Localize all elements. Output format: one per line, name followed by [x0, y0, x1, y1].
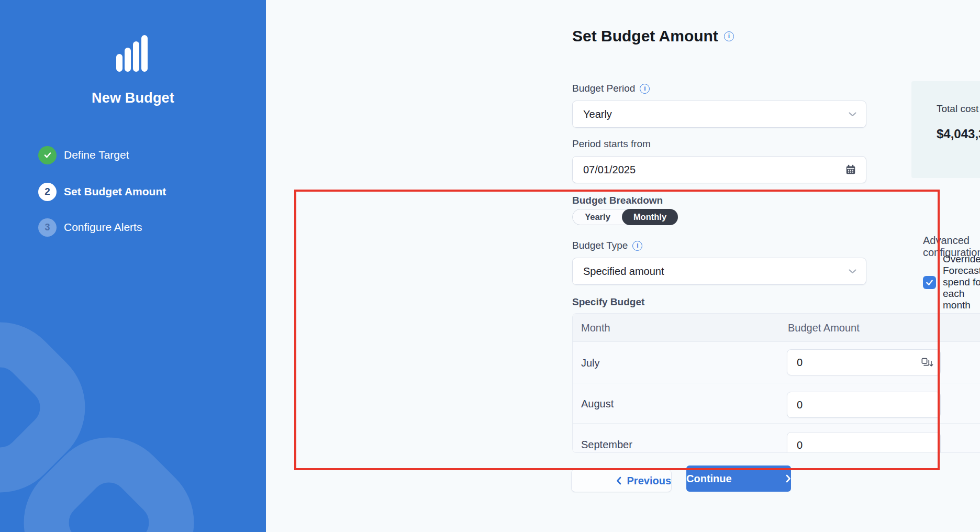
override-forecast-checkbox[interactable] [923, 276, 936, 289]
sidebar: New Budget Define Target 2 Set Budget Am… [0, 0, 266, 532]
total-cost-last-period: Total cost last period $4,043,382.49 [937, 102, 980, 141]
budget-period-label: Budget Period [572, 83, 650, 94]
page-title: Set Budget Amount [572, 27, 734, 45]
period-starts-label: Period starts from [572, 138, 651, 150]
summary-value: $4,043,382.49 [937, 127, 980, 141]
override-forecast-row: Override Forecasted spend for each month [923, 253, 980, 311]
label-text: Period starts from [572, 138, 651, 150]
info-icon[interactable] [632, 241, 642, 251]
step-done-check-icon [38, 146, 57, 164]
budget-period-select[interactable]: Yearly [572, 101, 866, 128]
previous-button[interactable]: Previous [571, 469, 672, 492]
step-label: Configure Alerts [64, 221, 142, 234]
toggle-option-yearly[interactable]: Yearly [573, 209, 622, 225]
column-header-budget-amount: Budget Amount [788, 314, 860, 342]
chevron-down-icon [849, 269, 856, 274]
step-label: Define Target [64, 149, 129, 161]
selected-value: Yearly [583, 108, 612, 120]
sidebar-item-define-target[interactable]: Define Target [38, 146, 129, 164]
row-divider [573, 383, 980, 383]
row-divider [573, 423, 980, 424]
budget-type-select[interactable]: Specified amount [572, 258, 866, 285]
label-text: Budget Type [572, 240, 628, 251]
breakdown-toggle: Yearly Monthly [572, 209, 677, 225]
page-title-text: Set Budget Amount [572, 27, 718, 45]
step-label: Set Budget Amount [64, 185, 166, 198]
step-number-badge: 3 [38, 218, 57, 237]
bar-chart-icon [116, 35, 150, 72]
main-panel: Set Budget Amount Budget Period Yearly P… [266, 0, 980, 532]
input-value: 0 [797, 399, 803, 411]
month-cell: July [581, 357, 600, 369]
date-value: 07/01/2025 [583, 164, 636, 176]
chevron-down-icon [849, 112, 856, 117]
column-header-month: Month [581, 314, 610, 342]
month-cell: August [581, 398, 614, 410]
info-icon[interactable] [640, 84, 650, 94]
input-value: 0 [797, 357, 803, 369]
selected-value: Specified amount [583, 265, 664, 278]
checkbox-label: Override Forecasted spend for each month [943, 253, 980, 311]
input-value: 0 [797, 439, 803, 451]
new-budget-dialog: New Budget Define Target 2 Set Budget Am… [0, 0, 980, 532]
budget-amount-input-september[interactable]: 0 [787, 432, 941, 453]
budget-type-label: Budget Type [572, 240, 642, 251]
continue-button[interactable]: Continue [686, 465, 791, 492]
monthly-budget-table: Month Budget Amount Forecasted Spend Jul… [572, 313, 980, 453]
toggle-option-monthly[interactable]: Monthly [622, 209, 678, 225]
calendar-icon[interactable] [845, 164, 856, 175]
sidebar-item-set-budget-amount[interactable]: 2 Set Budget Amount [38, 182, 166, 201]
table-header-row: Month Budget Amount Forecasted Spend [573, 314, 980, 342]
period-start-date-input[interactable]: 07/01/2025 [572, 156, 866, 183]
cost-summary-card: Total cost last period $4,043,382.49 Pro… [911, 81, 980, 178]
button-label: Previous [627, 475, 671, 487]
label-text: Specify Budget [572, 296, 644, 308]
budget-amount-input-august[interactable]: 0 [787, 392, 941, 418]
info-icon[interactable] [724, 31, 734, 41]
sidebar-item-configure-alerts[interactable]: 3 Configure Alerts [38, 218, 142, 237]
budget-amount-input-july[interactable]: 0 [787, 349, 941, 375]
label-text: Budget Breakdown [572, 195, 663, 206]
button-label: Continue [686, 473, 732, 485]
chevron-left-icon [616, 476, 621, 485]
step-number-badge: 2 [38, 183, 57, 201]
label-text: Budget Period [572, 83, 635, 94]
wizard-title: New Budget [0, 90, 266, 106]
budget-breakdown-label: Budget Breakdown [572, 195, 663, 206]
specify-budget-label: Specify Budget [572, 296, 644, 308]
chevron-right-icon [786, 474, 791, 483]
fill-down-icon[interactable] [921, 357, 934, 368]
summary-label: Total cost last period [937, 102, 980, 115]
month-cell: September [581, 439, 632, 451]
